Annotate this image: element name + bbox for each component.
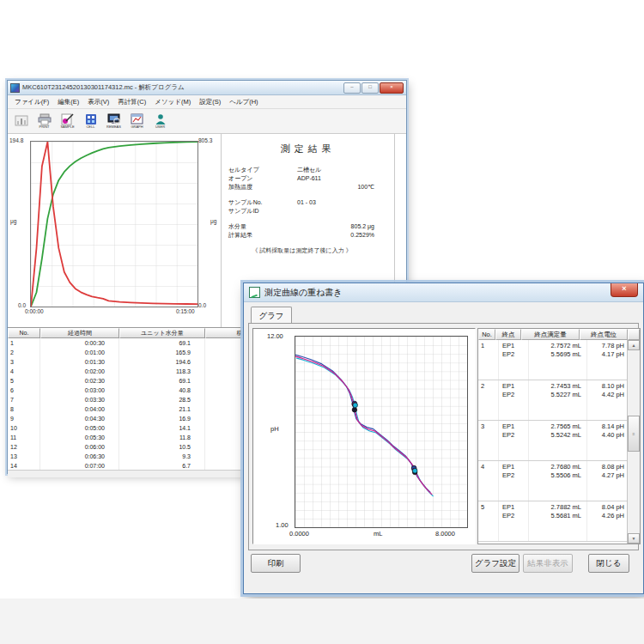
x-axis-label: mL xyxy=(374,530,382,538)
evaporation-chart-pane: 194.8 0.0 805.3 0.0 μg μg 0:00:00 0:15:0… xyxy=(8,134,221,327)
scroll-down-icon[interactable]: ▼ xyxy=(628,533,640,544)
user-icon xyxy=(154,113,167,125)
window2-body: グラフ 12.00 1.00 pH 0.0000 mL 8.0000 xyxy=(246,302,641,592)
maximize-icon[interactable]: □ xyxy=(361,82,379,94)
minimize-icon[interactable]: – xyxy=(343,82,361,94)
monitor-button[interactable]: REMEAS xyxy=(103,110,125,131)
evaporation-plot xyxy=(30,141,198,307)
endpoint-row[interactable]: 2EP1EP22.7453 mL5.5227 mL8.10 pH4.42 pH xyxy=(478,380,628,421)
menu-item[interactable]: ファイル(F) xyxy=(11,97,52,107)
window2-titlebar[interactable]: 測定曲線の重ね書き × xyxy=(244,283,643,302)
menu-item[interactable]: ヘルプ(H) xyxy=(226,97,261,107)
pen-icon xyxy=(61,113,75,125)
result-field: セルタイプ二槽セル xyxy=(228,166,374,174)
right-axis-min: 0.0 xyxy=(198,302,206,308)
menu-item[interactable]: 編集(E) xyxy=(54,97,82,107)
result-field: サンプルNo.01 - 03 xyxy=(228,198,374,207)
menu-item[interactable]: 表示(V) xyxy=(84,97,112,107)
column-header-scroll-corner xyxy=(628,329,640,340)
left-axis-max: 194.8 xyxy=(9,137,23,143)
app-icon xyxy=(10,83,20,93)
toolbar: PRINT SAMPLE CELL REMEAS GRAPH USER xyxy=(8,109,406,134)
graph-settings-button[interactable]: グラフ設定 xyxy=(471,554,519,573)
window2-title: 測定曲線の重ね書き xyxy=(264,287,343,299)
graph-tab-page: 12.00 1.00 pH 0.0000 mL 8.0000 xyxy=(248,323,639,550)
endpoint-table-header: No. 終点 終点滴定量 終点電位 xyxy=(478,329,640,340)
x-tick-end: 8.0000 xyxy=(435,530,455,538)
result-field: 計算結果0.2529% xyxy=(228,231,374,240)
endpoint-table-body: 1EP1EP22.7572 mL5.5695 mL7.78 pH4.17 pH2… xyxy=(478,340,628,544)
scroll-up-icon[interactable]: ▲ xyxy=(628,340,640,350)
endpoint-row[interactable]: 4EP1EP22.7680 mL5.5506 mL8.08 pH4.27 pH xyxy=(478,461,628,501)
report-chart-button[interactable] xyxy=(10,110,32,131)
result-field: 水分量805.2 μg xyxy=(228,222,374,231)
results-note: 《 試料採取量は測定終了後に入力 》 xyxy=(222,246,382,255)
titration-plot xyxy=(295,336,468,528)
menu-item[interactable]: 再計算(C) xyxy=(114,97,149,107)
menu-bar: ファイル(F)編集(E)表示(V)再計算(C)メソッド(M)設定(S)ヘルプ(H… xyxy=(8,95,406,109)
column-header[interactable]: No. xyxy=(8,328,40,338)
results-title: 測定結果 xyxy=(222,143,394,155)
desktop: MKC610T23124520130301174312.mc - 解析プログラム… xyxy=(0,0,644,644)
window1-title: MKC610T23124520130301174312.mc - 解析プログラム xyxy=(22,83,341,92)
close-icon[interactable]: × xyxy=(380,82,404,94)
column-header[interactable]: ユニット水分量 xyxy=(119,328,205,338)
result-field: サンプルID xyxy=(228,207,374,216)
column-header[interactable]: No. xyxy=(478,329,495,340)
curve-icon xyxy=(249,287,260,298)
page-footer-strip xyxy=(0,598,644,644)
close-icon[interactable]: × xyxy=(611,283,638,297)
right-axis-max: 805.3 xyxy=(198,137,212,143)
left-axis-min: 0.0 xyxy=(18,302,26,308)
monitor-icon xyxy=(107,113,121,125)
y-axis-label: pH xyxy=(270,425,279,433)
endpoint-row[interactable]: 1EP1EP22.7572 mL5.5695 mL7.78 pH4.17 pH xyxy=(478,340,628,380)
column-header[interactable]: 終点 xyxy=(495,329,521,340)
result-field: 加熱温度100℃ xyxy=(228,183,374,191)
window1-titlebar[interactable]: MKC610T23124520130301174312.mc - 解析プログラム… xyxy=(8,81,406,95)
y-tick-max: 12.00 xyxy=(267,332,283,340)
y-tick-min: 1.00 xyxy=(276,521,289,529)
x-tick-end: 0:15:00 xyxy=(176,308,195,314)
graph-window-button[interactable]: GRAPH xyxy=(126,110,148,131)
endpoint-table: No. 終点 終点滴定量 終点電位 1EP1EP22.7572 mL5.5695… xyxy=(477,328,641,544)
right-axis-label: μg xyxy=(210,218,216,224)
close-button[interactable]: 閉じる xyxy=(588,554,629,573)
column-header[interactable]: 経過時間 xyxy=(40,328,119,338)
results-fields: セルタイプ二槽セルオーブンADP-611加熱温度100℃サンプルNo.01 - … xyxy=(222,166,374,240)
cell-grid-button[interactable]: CELL xyxy=(80,110,101,131)
print-button[interactable]: PRINT xyxy=(33,110,55,131)
chart-icon xyxy=(15,115,28,127)
column-header[interactable]: 終点滴定量 xyxy=(521,329,580,340)
vertical-scrollbar[interactable]: ▲ ≡ ▼ xyxy=(627,340,640,544)
x-tick-start: 0.0000 xyxy=(289,530,309,538)
column-header[interactable]: 終点電位 xyxy=(580,329,628,340)
grid-icon xyxy=(84,113,98,125)
endpoint-row[interactable]: 5EP1EP22.7882 mL5.5681 mL8.04 pH4.26 pH xyxy=(478,501,628,542)
result-field: オーブンADP-611 xyxy=(228,174,374,183)
left-axis-label: μg xyxy=(10,218,16,224)
titration-graph-box: 12.00 1.00 pH 0.0000 mL 8.0000 xyxy=(252,328,476,544)
user-button[interactable]: USER xyxy=(149,110,171,131)
hide-results-button: 結果非表示 xyxy=(523,554,573,573)
endpoint-row[interactable]: 3EP1EP22.7565 mL5.5242 mL8.14 pH4.40 pH xyxy=(478,421,628,461)
x-tick-start: 0:00:00 xyxy=(25,308,44,314)
sample-edit-button[interactable]: SAMPLE xyxy=(57,110,78,131)
tab-graph[interactable]: グラフ xyxy=(251,307,292,325)
menu-item[interactable]: 設定(S) xyxy=(196,97,224,107)
menu-item[interactable]: メソッド(M) xyxy=(151,97,194,107)
print-button[interactable]: 印刷 xyxy=(251,554,301,573)
printer-icon xyxy=(38,113,52,125)
overlay-curves-window: 測定曲線の重ね書き × グラフ 12.00 1.00 pH 0.0000 mL … xyxy=(243,283,644,594)
graph-icon xyxy=(131,113,144,125)
scrollbar-thumb[interactable]: ≡ xyxy=(628,416,640,452)
